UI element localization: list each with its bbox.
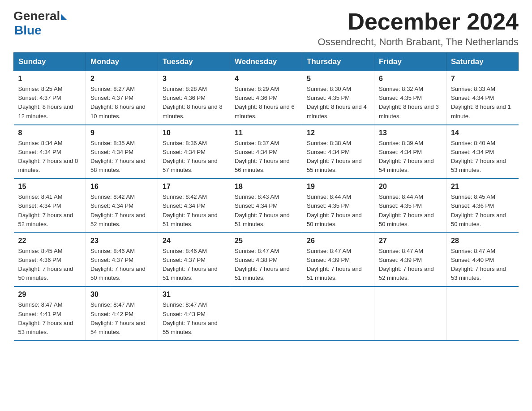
header-cell-thursday: Thursday bbox=[302, 53, 374, 71]
day-info: Sunrise: 8:32 AMSunset: 4:35 PMDaylight:… bbox=[379, 85, 442, 121]
day-info: Sunrise: 8:42 AMSunset: 4:34 PMDaylight:… bbox=[163, 193, 225, 229]
calendar-cell: 31Sunrise: 8:47 AMSunset: 4:43 PMDayligh… bbox=[158, 287, 230, 341]
day-number: 10 bbox=[163, 129, 225, 137]
day-number: 11 bbox=[235, 129, 297, 137]
day-number: 25 bbox=[235, 237, 297, 245]
day-info: Sunrise: 8:30 AMSunset: 4:35 PMDaylight:… bbox=[307, 85, 369, 121]
day-info: Sunrise: 8:45 AMSunset: 4:36 PMDaylight:… bbox=[18, 247, 82, 283]
calendar-week-4: 22Sunrise: 8:45 AMSunset: 4:36 PMDayligh… bbox=[14, 233, 519, 287]
day-info: Sunrise: 8:47 AMSunset: 4:43 PMDaylight:… bbox=[163, 300, 225, 337]
day-info: Sunrise: 8:39 AMSunset: 4:34 PMDaylight:… bbox=[379, 139, 442, 175]
day-number: 21 bbox=[451, 183, 514, 191]
calendar-cell: 12Sunrise: 8:38 AMSunset: 4:34 PMDayligh… bbox=[302, 125, 374, 179]
calendar-week-3: 15Sunrise: 8:41 AMSunset: 4:34 PMDayligh… bbox=[14, 179, 519, 233]
day-number: 2 bbox=[90, 75, 153, 83]
day-number: 27 bbox=[379, 237, 442, 245]
day-info: Sunrise: 8:41 AMSunset: 4:34 PMDaylight:… bbox=[18, 193, 82, 229]
calendar-cell: 21Sunrise: 8:45 AMSunset: 4:36 PMDayligh… bbox=[446, 179, 519, 233]
day-info: Sunrise: 8:47 AMSunset: 4:38 PMDaylight:… bbox=[235, 247, 297, 283]
day-number: 16 bbox=[90, 183, 153, 191]
title-area: December 2024 Ossendrecht, North Brabant… bbox=[318, 9, 519, 48]
day-number: 22 bbox=[18, 237, 82, 245]
calendar-cell: 9Sunrise: 8:35 AMSunset: 4:34 PMDaylight… bbox=[86, 125, 158, 179]
day-number: 30 bbox=[90, 291, 153, 299]
day-number: 5 bbox=[307, 75, 369, 83]
day-number: 7 bbox=[451, 75, 514, 83]
calendar-cell bbox=[446, 287, 519, 341]
day-info: Sunrise: 8:47 AMSunset: 4:41 PMDaylight:… bbox=[18, 300, 82, 337]
logo-text-general: General bbox=[13, 9, 60, 23]
day-info: Sunrise: 8:44 AMSunset: 4:35 PMDaylight:… bbox=[379, 193, 442, 229]
day-number: 8 bbox=[18, 129, 82, 137]
header-cell-wednesday: Wednesday bbox=[230, 53, 302, 71]
day-info: Sunrise: 8:47 AMSunset: 4:39 PMDaylight:… bbox=[379, 247, 442, 283]
day-number: 20 bbox=[379, 183, 442, 191]
day-info: Sunrise: 8:42 AMSunset: 4:34 PMDaylight:… bbox=[90, 193, 153, 229]
header-cell-tuesday: Tuesday bbox=[158, 53, 230, 71]
calendar-cell bbox=[230, 287, 302, 341]
calendar-week-2: 8Sunrise: 8:34 AMSunset: 4:34 PMDaylight… bbox=[14, 125, 519, 179]
calendar-cell: 30Sunrise: 8:47 AMSunset: 4:42 PMDayligh… bbox=[86, 287, 158, 341]
header-cell-saturday: Saturday bbox=[446, 53, 519, 71]
header-row: SundayMondayTuesdayWednesdayThursdayFrid… bbox=[14, 53, 519, 71]
calendar-cell: 5Sunrise: 8:30 AMSunset: 4:35 PMDaylight… bbox=[302, 71, 374, 125]
day-info: Sunrise: 8:35 AMSunset: 4:34 PMDaylight:… bbox=[90, 139, 153, 175]
subtitle: Ossendrecht, North Brabant, The Netherla… bbox=[318, 36, 519, 48]
calendar-cell: 10Sunrise: 8:36 AMSunset: 4:34 PMDayligh… bbox=[158, 125, 230, 179]
logo-text-blue: Blue bbox=[14, 23, 42, 38]
calendar-cell: 16Sunrise: 8:42 AMSunset: 4:34 PMDayligh… bbox=[86, 179, 158, 233]
logo-triangle-icon bbox=[61, 14, 67, 20]
calendar-cell: 13Sunrise: 8:39 AMSunset: 4:34 PMDayligh… bbox=[374, 125, 446, 179]
page-header: General Blue December 2024 Ossendrecht, … bbox=[13, 9, 519, 48]
day-info: Sunrise: 8:25 AMSunset: 4:37 PMDaylight:… bbox=[18, 85, 82, 121]
day-info: Sunrise: 8:46 AMSunset: 4:37 PMDaylight:… bbox=[90, 247, 153, 283]
main-title: December 2024 bbox=[318, 9, 519, 34]
day-info: Sunrise: 8:47 AMSunset: 4:39 PMDaylight:… bbox=[307, 247, 369, 283]
day-number: 29 bbox=[18, 291, 82, 299]
day-info: Sunrise: 8:38 AMSunset: 4:34 PMDaylight:… bbox=[307, 139, 369, 175]
day-number: 12 bbox=[307, 129, 369, 137]
calendar-cell bbox=[374, 287, 446, 341]
calendar-body: 1Sunrise: 8:25 AMSunset: 4:37 PMDaylight… bbox=[14, 71, 519, 341]
calendar-cell: 28Sunrise: 8:47 AMSunset: 4:40 PMDayligh… bbox=[446, 233, 519, 287]
calendar-week-1: 1Sunrise: 8:25 AMSunset: 4:37 PMDaylight… bbox=[14, 71, 519, 125]
day-info: Sunrise: 8:43 AMSunset: 4:34 PMDaylight:… bbox=[235, 193, 297, 229]
calendar-cell: 7Sunrise: 8:33 AMSunset: 4:34 PMDaylight… bbox=[446, 71, 519, 125]
header-cell-friday: Friday bbox=[374, 53, 446, 71]
calendar-cell: 15Sunrise: 8:41 AMSunset: 4:34 PMDayligh… bbox=[14, 179, 86, 233]
day-info: Sunrise: 8:45 AMSunset: 4:36 PMDaylight:… bbox=[451, 193, 514, 229]
day-info: Sunrise: 8:34 AMSunset: 4:34 PMDaylight:… bbox=[18, 139, 82, 175]
day-number: 4 bbox=[235, 75, 297, 83]
day-number: 26 bbox=[307, 237, 369, 245]
calendar-cell: 24Sunrise: 8:46 AMSunset: 4:37 PMDayligh… bbox=[158, 233, 230, 287]
day-info: Sunrise: 8:29 AMSunset: 4:36 PMDaylight:… bbox=[235, 85, 297, 121]
day-info: Sunrise: 8:40 AMSunset: 4:34 PMDaylight:… bbox=[451, 139, 514, 175]
calendar-cell: 27Sunrise: 8:47 AMSunset: 4:39 PMDayligh… bbox=[374, 233, 446, 287]
calendar-cell: 29Sunrise: 8:47 AMSunset: 4:41 PMDayligh… bbox=[14, 287, 86, 341]
calendar-cell: 18Sunrise: 8:43 AMSunset: 4:34 PMDayligh… bbox=[230, 179, 302, 233]
day-info: Sunrise: 8:44 AMSunset: 4:35 PMDaylight:… bbox=[307, 193, 369, 229]
calendar-table: SundayMondayTuesdayWednesdayThursdayFrid… bbox=[13, 52, 519, 341]
day-info: Sunrise: 8:28 AMSunset: 4:36 PMDaylight:… bbox=[163, 85, 225, 121]
logo: General Blue bbox=[13, 9, 67, 38]
calendar-cell: 8Sunrise: 8:34 AMSunset: 4:34 PMDaylight… bbox=[14, 125, 86, 179]
calendar-cell: 17Sunrise: 8:42 AMSunset: 4:34 PMDayligh… bbox=[158, 179, 230, 233]
header-cell-monday: Monday bbox=[86, 53, 158, 71]
day-info: Sunrise: 8:37 AMSunset: 4:34 PMDaylight:… bbox=[235, 139, 297, 175]
day-info: Sunrise: 8:46 AMSunset: 4:37 PMDaylight:… bbox=[163, 247, 225, 283]
calendar-cell: 19Sunrise: 8:44 AMSunset: 4:35 PMDayligh… bbox=[302, 179, 374, 233]
day-info: Sunrise: 8:36 AMSunset: 4:34 PMDaylight:… bbox=[163, 139, 225, 175]
day-number: 1 bbox=[18, 75, 82, 83]
day-number: 3 bbox=[163, 75, 225, 83]
calendar-cell: 11Sunrise: 8:37 AMSunset: 4:34 PMDayligh… bbox=[230, 125, 302, 179]
calendar-week-5: 29Sunrise: 8:47 AMSunset: 4:41 PMDayligh… bbox=[14, 287, 519, 341]
day-number: 24 bbox=[163, 237, 225, 245]
calendar-cell: 23Sunrise: 8:46 AMSunset: 4:37 PMDayligh… bbox=[86, 233, 158, 287]
calendar-header: SundayMondayTuesdayWednesdayThursdayFrid… bbox=[14, 53, 519, 71]
calendar-cell: 26Sunrise: 8:47 AMSunset: 4:39 PMDayligh… bbox=[302, 233, 374, 287]
day-number: 17 bbox=[163, 183, 225, 191]
calendar-cell: 20Sunrise: 8:44 AMSunset: 4:35 PMDayligh… bbox=[374, 179, 446, 233]
calendar-cell: 6Sunrise: 8:32 AMSunset: 4:35 PMDaylight… bbox=[374, 71, 446, 125]
day-info: Sunrise: 8:47 AMSunset: 4:42 PMDaylight:… bbox=[90, 300, 153, 337]
day-number: 18 bbox=[235, 183, 297, 191]
